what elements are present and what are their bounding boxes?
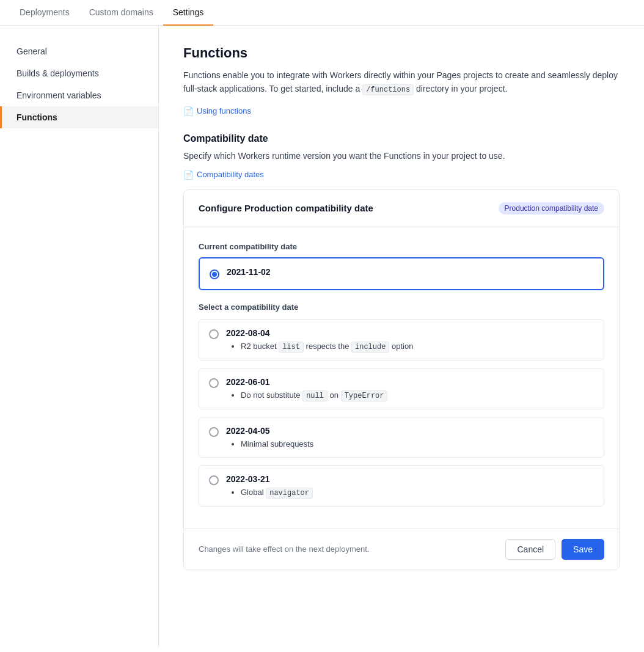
bullet-4-1: Global navigator xyxy=(241,488,313,497)
sidebar-item-general[interactable]: General xyxy=(0,40,158,62)
tab-deployments[interactable]: Deployments xyxy=(10,0,79,26)
tab-settings[interactable]: Settings xyxy=(163,0,214,26)
using-functions-link[interactable]: 📄 Using functions xyxy=(183,106,251,116)
footer-note: Changes will take effect on the next dep… xyxy=(199,544,369,554)
functions-dir-code: /functions xyxy=(362,84,414,95)
compat-card: Configure Production compatibility date … xyxy=(183,189,620,570)
tab-custom-domains[interactable]: Custom domains xyxy=(79,0,163,26)
radio-2[interactable] xyxy=(209,378,219,388)
compat-option-2[interactable]: 2022-06-01 Do not substitute null on Typ… xyxy=(199,368,604,409)
radio-3[interactable] xyxy=(209,427,219,437)
save-button[interactable]: Save xyxy=(562,539,604,560)
bullet-1-1: R2 bucket list respects the include opti… xyxy=(241,342,413,351)
layout: General Builds & deployments Environment… xyxy=(0,26,644,648)
section-title: Compatibility date xyxy=(183,133,620,144)
top-nav: Deployments Custom domains Settings xyxy=(0,0,644,26)
radio-4[interactable] xyxy=(209,475,219,485)
compat-option-3[interactable]: 2022-04-05 Minimal subrequests xyxy=(199,417,604,458)
cancel-button[interactable]: Cancel xyxy=(505,539,555,560)
current-date-label: Current compatibility date xyxy=(199,242,604,251)
compat-option-1[interactable]: 2022-08-04 R2 bucket list respects the i… xyxy=(199,319,604,361)
footer-buttons: Cancel Save xyxy=(505,539,604,560)
radio-1[interactable] xyxy=(209,329,219,339)
functions-description: Functions enable you to integrate with W… xyxy=(183,68,620,97)
card-body: Current compatibility date 2021-11-02 Se… xyxy=(184,227,619,529)
book-icon: 📄 xyxy=(183,106,194,116)
bullets-3: Minimal subrequests xyxy=(241,439,313,449)
date-3: 2022-04-05 xyxy=(226,426,313,436)
compat-dates-link[interactable]: 📄 Compatibility dates xyxy=(183,170,264,180)
compat-option-4[interactable]: 2022-03-21 Global navigator xyxy=(199,465,604,507)
card-footer: Changes will take effect on the next dep… xyxy=(184,529,619,570)
section-desc: Specify which Workers runtime version yo… xyxy=(183,149,620,163)
main-content: Functions Functions enable you to integr… xyxy=(159,26,644,648)
book-icon-2: 📄 xyxy=(183,170,194,180)
current-date-option[interactable]: 2021-11-02 xyxy=(199,257,604,290)
page-title: Functions xyxy=(183,45,620,61)
date-1: 2022-08-04 xyxy=(226,328,413,338)
date-2: 2022-06-01 xyxy=(226,377,387,387)
select-date-label: Select a compatibility date xyxy=(199,302,604,312)
card-header: Configure Production compatibility date … xyxy=(184,190,619,227)
prod-compat-badge: Production compatibility date xyxy=(499,202,604,214)
bullets-4: Global navigator xyxy=(241,488,313,497)
sidebar: General Builds & deployments Environment… xyxy=(0,26,159,648)
bullet-3-1: Minimal subrequests xyxy=(241,439,313,449)
sidebar-item-environment-variables[interactable]: Environment variables xyxy=(0,84,158,106)
current-date-value: 2021-11-02 xyxy=(227,267,271,277)
bullets-1: R2 bucket list respects the include opti… xyxy=(241,342,413,351)
current-date-radio[interactable] xyxy=(210,269,219,279)
sidebar-item-builds-deployments[interactable]: Builds & deployments xyxy=(0,62,158,84)
sidebar-item-functions[interactable]: Functions xyxy=(0,106,158,128)
card-title: Configure Production compatibility date xyxy=(199,203,373,213)
date-4: 2022-03-21 xyxy=(226,474,313,484)
bullets-2: Do not substitute null on TypeError xyxy=(241,390,387,400)
bullet-2-1: Do not substitute null on TypeError xyxy=(241,390,387,400)
